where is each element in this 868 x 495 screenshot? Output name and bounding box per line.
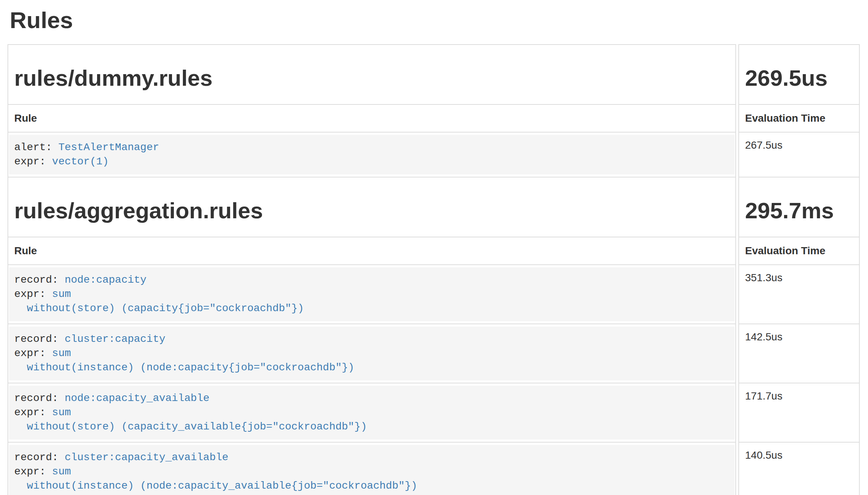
rule-eval-time: 351.3us xyxy=(738,264,860,324)
rule-group-header-row: rules/aggregation.rules 295.7ms xyxy=(7,177,860,237)
rule-group-file-cell: rules/dummy.rules xyxy=(7,44,736,105)
eval-time-column-header: Evaluation Time xyxy=(738,104,860,133)
rule-link[interactable]: vector(1) xyxy=(52,156,109,167)
rule-link[interactable]: without(instance) (node:capacity_availab… xyxy=(14,480,417,492)
column-header-row: Rule Evaluation Time xyxy=(7,104,860,133)
rule-key: record: xyxy=(14,274,58,286)
rule-group-file-name: rules/dummy.rules xyxy=(14,66,729,91)
rule-row: record: cluster:capacity_available expr:… xyxy=(7,442,860,495)
rule-key: alert: xyxy=(14,142,52,153)
rule-column-header: Rule xyxy=(7,104,736,133)
rule-key: record: xyxy=(14,392,58,404)
rule-key: expr: xyxy=(14,156,46,167)
rule-definition: record: node:capacity expr: sum without(… xyxy=(9,267,735,321)
rule-key: expr: xyxy=(14,466,46,477)
rule-link[interactable]: cluster:capacity_available xyxy=(64,452,228,463)
rule-group-header-row: rules/dummy.rules 269.5us xyxy=(7,44,860,105)
rule-link[interactable]: sum xyxy=(52,347,71,359)
rule-link[interactable]: sum xyxy=(52,466,71,477)
rule-cell: alert: TestAlertManager expr: vector(1) xyxy=(7,132,736,177)
rule-definition: record: cluster:capacity expr: sum witho… xyxy=(9,327,735,380)
rule-group-file-name: rules/aggregation.rules xyxy=(14,198,729,223)
rule-link[interactable]: without(store) (capacity{job="cockroachd… xyxy=(14,303,304,314)
rule-link[interactable]: sum xyxy=(52,407,71,418)
rule-link[interactable]: cluster:capacity xyxy=(64,333,165,345)
rule-eval-time: 140.5us xyxy=(738,442,860,495)
rule-column-header: Rule xyxy=(7,237,736,265)
rule-cell: record: cluster:capacity expr: sum witho… xyxy=(7,324,736,383)
rule-row: alert: TestAlertManager expr: vector(1) … xyxy=(7,132,860,177)
rule-group-eval-time: 269.5us xyxy=(745,66,853,91)
rule-link[interactable]: sum xyxy=(52,288,71,300)
rule-cell: record: node:capacity expr: sum without(… xyxy=(7,264,736,324)
rule-definition: record: node:capacity_available expr: su… xyxy=(9,386,735,440)
rules-page: Rules rules/dummy.rules 269.5us Rule Eva… xyxy=(0,0,868,495)
rule-row: record: node:capacity expr: sum without(… xyxy=(7,264,860,324)
rule-eval-time: 142.5us xyxy=(738,324,860,383)
rule-key: record: xyxy=(14,452,58,463)
rules-table: rules/dummy.rules 269.5us Rule Evaluatio… xyxy=(7,44,860,495)
page-title: Rules xyxy=(10,7,860,33)
rule-row: record: node:capacity_available expr: su… xyxy=(7,383,860,443)
rule-link[interactable]: node:capacity_available xyxy=(64,392,209,404)
rule-group-eval-time: 295.7ms xyxy=(745,198,853,223)
rule-link[interactable]: node:capacity xyxy=(64,274,146,286)
column-header-row: Rule Evaluation Time xyxy=(7,237,860,265)
rule-group-eval-time-cell: 295.7ms xyxy=(738,177,860,237)
rule-link[interactable]: TestAlertManager xyxy=(58,142,159,153)
rule-key: expr: xyxy=(14,288,46,300)
rule-cell: record: cluster:capacity_available expr:… xyxy=(7,442,736,495)
rule-definition: record: cluster:capacity_available expr:… xyxy=(9,445,735,495)
rule-link[interactable]: without(instance) (node:capacity{job="co… xyxy=(14,362,354,373)
rule-cell: record: node:capacity_available expr: su… xyxy=(7,383,736,443)
rule-group-file-cell: rules/aggregation.rules xyxy=(7,177,736,237)
rule-group-eval-time-cell: 269.5us xyxy=(738,44,860,105)
rule-key: expr: xyxy=(14,347,46,359)
rule-key: expr: xyxy=(14,407,46,418)
eval-time-column-header: Evaluation Time xyxy=(738,237,860,265)
rule-row: record: cluster:capacity expr: sum witho… xyxy=(7,324,860,383)
rule-definition: alert: TestAlertManager expr: vector(1) xyxy=(9,135,735,174)
rule-link[interactable]: without(store) (capacity_available{job="… xyxy=(14,421,367,432)
rule-eval-time: 171.7us xyxy=(738,383,860,443)
rule-key: record: xyxy=(14,333,58,345)
rule-eval-time: 267.5us xyxy=(738,132,860,177)
